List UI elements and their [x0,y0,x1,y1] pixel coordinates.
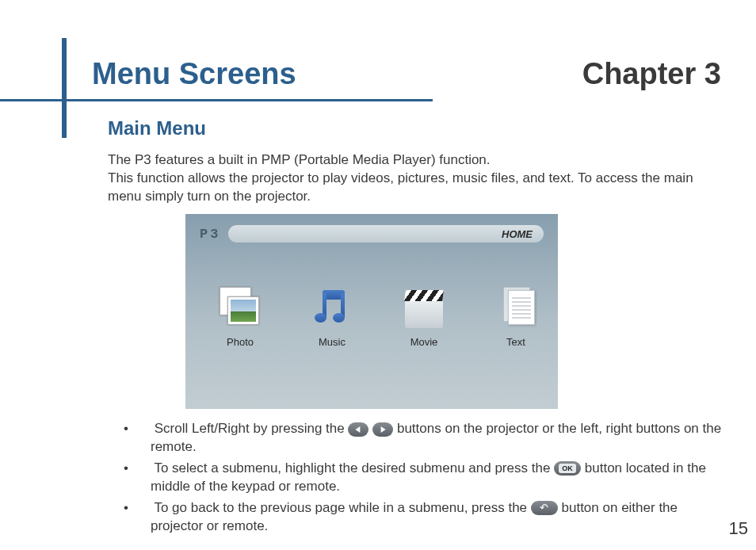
photo-icon [218,287,262,331]
subsection-title: Main Menu [108,117,206,139]
text-fragment: Scroll Left/Right by pressing the [155,421,349,436]
intro-line-2: This function allows the projector to pl… [108,170,693,204]
text-fragment: To select a submenu, highlight the desir… [154,460,554,476]
back-button-icon [531,501,558,515]
menu-item-movie: Movie [393,287,455,348]
menu-label: Music [319,336,346,348]
left-arrow-button-icon [348,422,368,437]
instruction-list: Scroll Left/Right by pressing the button… [124,420,726,539]
chapter-label: Chapter 3 [582,57,721,91]
text-fragment: To go back to the previous page while in… [154,500,530,515]
menu-item-text: Text [485,287,547,348]
menu-icon-row: Photo Music Movie Text [209,287,547,348]
music-icon [310,287,354,331]
horizontal-rule [0,99,433,101]
instruction-item: To select a submenu, highlight the desir… [124,460,726,496]
intro-line-1: The P3 features a built in PMP (Portable… [108,152,491,167]
breadcrumb-text: HOME [502,228,533,240]
screenshot-topbar: P3 HOME [200,225,544,243]
menu-screenshot: P3 HOME Photo Music Movie [185,214,558,409]
section-heading: Menu Screens [92,57,296,91]
instruction-item: Scroll Left/Right by pressing the button… [124,420,726,456]
menu-label: Photo [227,336,254,348]
menu-item-music: Music [301,287,363,348]
breadcrumb-pill: HOME [228,225,544,243]
menu-label: Text [506,336,525,348]
right-arrow-button-icon [372,422,393,437]
intro-paragraph: The P3 features a built in PMP (Portable… [108,151,726,206]
text-icon [494,287,538,331]
menu-label: Movie [410,336,438,348]
vertical-rule [62,38,67,138]
instruction-item: To go back to the previous page while in… [124,499,726,536]
device-logo: P3 [200,227,220,242]
movie-icon [402,287,446,331]
page-number: 15 [729,518,748,539]
ok-button-icon [554,461,581,476]
menu-item-photo: Photo [209,287,271,348]
